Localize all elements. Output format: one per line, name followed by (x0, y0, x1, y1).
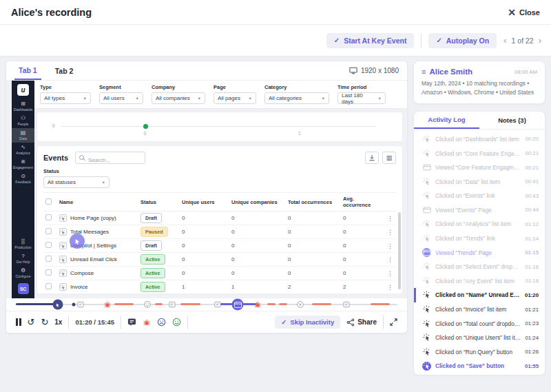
timeline-marker-note[interactable] (343, 301, 350, 308)
kebab-menu-icon[interactable]: ⋮ (387, 243, 393, 249)
note-marker-button[interactable] (127, 318, 136, 327)
table-row[interactable]: Userpilot | SettingsDraft0000⋮ (43, 239, 396, 253)
status-filter-select[interactable]: All statuses ▼ (43, 176, 110, 188)
row-checkbox[interactable] (45, 242, 52, 248)
delight-marker-button[interactable] (172, 318, 181, 327)
filter-select[interactable]: All categories▼ (264, 92, 329, 104)
kebab-menu-icon[interactable]: ⋮ (387, 229, 393, 236)
kebab-menu-icon[interactable]: ⋮ (387, 270, 393, 277)
filter-select[interactable]: All pages▼ (214, 92, 256, 104)
search-input[interactable] (76, 155, 145, 166)
activity-item[interactable]: Clicked on “Dashboards” list item00:20 (414, 132, 545, 147)
activity-item[interactable]: Clicked on “Any Event” list item01:18 (414, 274, 545, 289)
tab-2[interactable]: Tab 2 (51, 62, 78, 79)
sidebar-top-items: ⊞Dashboards⚇People▤Data∿Analytics≋Engage… (12, 99, 34, 186)
events-search[interactable] (75, 152, 145, 164)
filter-select[interactable]: Last 180 days▼ (337, 92, 386, 104)
timeline-marker-bug[interactable] (253, 300, 262, 309)
activity-item[interactable]: Clicked on “Events” link00:43 (414, 189, 545, 203)
event-type-icon (59, 283, 67, 291)
filter-select[interactable]: All users▼ (99, 92, 143, 104)
timeline-marker-note[interactable] (77, 301, 84, 308)
row-checkbox[interactable] (45, 283, 52, 289)
activity-item[interactable]: Clicked on “Core Feature Engagem...00:21 (414, 146, 545, 161)
activity-item[interactable]: Clicked on “Name” Unread Email C...01:20 (414, 288, 545, 302)
sidebar-item-production[interactable]: ⣿Production (12, 237, 34, 251)
timeline-marker-key[interactable] (232, 299, 244, 311)
sidebar-item-data[interactable]: ▤Data (12, 128, 34, 143)
activity-item[interactable]: Viewed “Trends” Page01:15 (414, 245, 545, 260)
filter-select[interactable]: All types▼ (40, 92, 91, 104)
avatar[interactable]: SC (18, 283, 29, 294)
table-row[interactable]: Userpilot Knowledge ...Active0000⋮ (43, 294, 396, 295)
timeline-marker-note[interactable] (214, 301, 221, 308)
columns-button[interactable]: ▥ (382, 152, 396, 164)
fullscreen-button[interactable] (390, 318, 397, 326)
activity-item[interactable]: Clicked on “Invoice” list item01:21 (414, 302, 545, 317)
monitor-icon (349, 67, 357, 74)
activity-item[interactable]: Clicked on “Unique Users” list item01:24 (414, 331, 545, 345)
sidebar-item-feedback[interactable]: ⊙Feedback (12, 172, 34, 186)
kebab-menu-icon[interactable]: ⋮ (387, 215, 393, 222)
tab-1[interactable]: Tab 1 (14, 61, 41, 80)
next-chevron-icon[interactable]: › (539, 35, 541, 45)
inactivity-segment (279, 303, 287, 305)
close-button[interactable]: ✕ Close (508, 8, 540, 17)
start-at-key-event-button[interactable]: ✓ Start At Key Event (326, 33, 415, 48)
activity-item[interactable]: Clicked on “Data” list item00:41 (414, 174, 545, 189)
row-checkbox[interactable] (45, 214, 52, 220)
autoplay-button[interactable]: ✓ Autoplay On (428, 33, 497, 48)
timeline-marker-smiley[interactable] (144, 301, 152, 309)
share-button[interactable]: Share (346, 318, 377, 327)
table-row[interactable]: Unread Email ClickActive0000⋮ (43, 253, 396, 267)
row-checkbox[interactable] (45, 228, 52, 234)
pause-button[interactable] (16, 318, 21, 326)
row-checkbox[interactable] (45, 256, 52, 262)
kebab-menu-icon[interactable]: ⋮ (387, 284, 393, 291)
select-all-checkbox[interactable] (45, 198, 52, 205)
activity-item[interactable]: Clicked on “Analytics” list item01:12 (414, 217, 545, 231)
sidebar-item-engagement[interactable]: ≋Engagement (12, 157, 34, 172)
click-event-icon (422, 134, 431, 143)
skip-inactivity-toggle[interactable]: ✓ Skip Inactivity (275, 316, 340, 329)
download-button[interactable] (365, 152, 379, 164)
tab-notes[interactable]: Notes (3) (479, 112, 545, 129)
frustration-marker-button[interactable] (157, 318, 166, 327)
forward-10-button[interactable]: ↻ (41, 318, 48, 327)
table-row[interactable]: Home Page (copy)Draft0000⋮ (43, 212, 396, 225)
bug-marker-button[interactable] (143, 318, 151, 327)
sidebar-item-analytics[interactable]: ∿Analytics (12, 143, 34, 157)
sidebar-item-configure[interactable]: ⚙Configure (12, 266, 34, 280)
activity-item[interactable]: Clicked on “Trends” link01:14 (414, 231, 545, 246)
timeline-marker-xcircle[interactable] (296, 301, 304, 309)
table-row[interactable]: Total MeesagesPaused0000⋮ (43, 225, 396, 239)
activity-item[interactable]: Clicked on “Run Query” button01:26 (414, 345, 545, 360)
sidebar-item-dashboards[interactable]: ⊞Dashboards (12, 99, 34, 114)
session-user-card[interactable]: ≡ Alice Smith 08:00 AM May 12th, 2024 • … (413, 61, 545, 104)
metric-cell: 0 (286, 294, 341, 295)
activity-item[interactable]: Clicked on “Total count” dropdown01:23 (414, 316, 545, 331)
timeline-marker-bug[interactable] (103, 300, 112, 309)
row-checkbox[interactable] (45, 269, 52, 276)
timeline-marker-current[interactable] (52, 300, 63, 310)
chevron-down-icon: ▼ (136, 96, 139, 101)
tab-activity-log[interactable]: Activity Log (414, 112, 479, 129)
filter-select[interactable]: All companies▼ (152, 92, 205, 104)
activity-item[interactable]: Clicked on “Save” button01:55 (414, 359, 545, 373)
playback-timeline[interactable] (16, 298, 397, 311)
activity-item[interactable]: Clicked on “Select Event” dropdown01:16 (414, 260, 545, 274)
speed-button[interactable]: 1x (54, 318, 62, 326)
table-row[interactable]: InvoiceActive1122⋮ (43, 280, 396, 294)
rewind-10-button[interactable]: ↺ (28, 318, 35, 327)
activity-item[interactable]: Viewed “Core Feature Engagment”00:21 (414, 161, 545, 175)
table-scrollbar[interactable] (398, 212, 401, 289)
prev-chevron-icon[interactable]: ‹ (503, 35, 506, 45)
table-row[interactable]: ComposeActive0000⋮ (43, 267, 396, 280)
timeline-marker-dot[interactable] (72, 303, 76, 307)
activity-item[interactable]: Viewed “Events” Page00:44 (414, 203, 545, 218)
sidebar-item-people[interactable]: ⚇People (12, 114, 34, 128)
kebab-menu-icon[interactable]: ⋮ (387, 256, 393, 263)
timeline-marker-note[interactable] (169, 301, 176, 308)
chevron-down-icon: ▼ (378, 96, 382, 101)
sidebar-item-get-help[interactable]: ?Get Help (12, 251, 34, 266)
